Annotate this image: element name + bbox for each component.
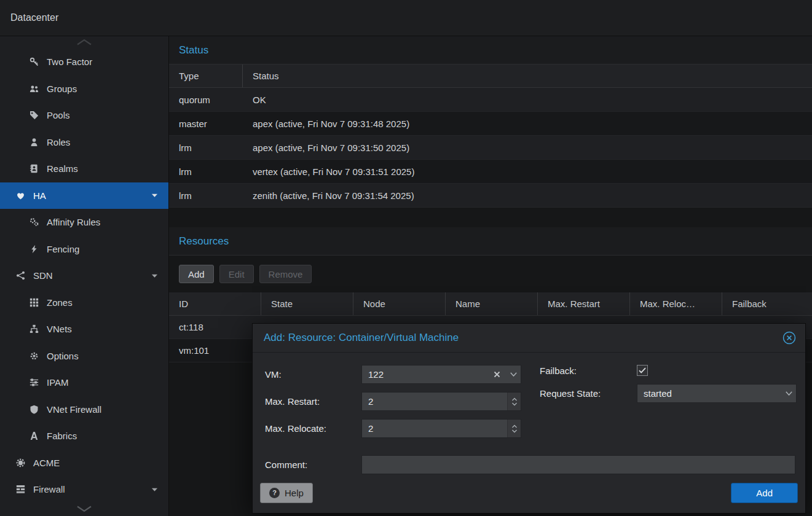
sidebar-item-pools[interactable]: Pools <box>0 102 168 129</box>
table-row[interactable]: lrm zenith (active, Fri Nov 7 09:31:54 2… <box>169 184 812 208</box>
sidebar-item-sdn[interactable]: SDN <box>0 262 168 289</box>
question-icon: ? <box>269 488 280 498</box>
sidebar-item-vnets[interactable]: VNets <box>0 316 168 343</box>
sidebar-item-acme[interactable]: ACME <box>0 450 168 477</box>
scroll-down-icon[interactable] <box>0 490 168 516</box>
cell-id: vm:101 <box>169 339 261 362</box>
sidebar-item-ipam[interactable]: IPAM <box>0 369 168 396</box>
sidebar-item-groups[interactable]: Groups <box>0 76 168 103</box>
comment-form-row: Comment: <box>265 455 795 474</box>
chevron-down-icon[interactable] <box>781 385 796 402</box>
status-table-header: Type Status <box>169 64 812 88</box>
sidebar-item-fencing[interactable]: Fencing <box>0 236 168 263</box>
cell-type: master <box>169 112 243 135</box>
clear-icon[interactable] <box>494 371 500 378</box>
sidebar-item-label: Realms <box>47 163 78 174</box>
sidebar-item-vnet-firewall[interactable]: VNet Firewall <box>0 396 168 423</box>
vm-form-row: VM: 122 <box>265 365 540 384</box>
close-icon[interactable] <box>782 330 797 345</box>
add-button[interactable]: Add <box>179 265 214 283</box>
status-panel-title: Status <box>169 36 812 64</box>
table-row[interactable]: quorum OK <box>169 88 812 112</box>
max-restart-form-row: Max. Restart: 2 <box>265 392 540 411</box>
column-header-node[interactable]: Node <box>353 292 446 315</box>
request-state-select[interactable]: started <box>637 384 797 403</box>
check-icon <box>639 367 646 373</box>
sidebar-nav: Two Factor Groups Pools Roles Realms HA <box>0 36 168 503</box>
resources-table-header: ID State Node Name Max. Restart Max. Rel… <box>169 292 812 316</box>
dialog-add-button[interactable]: Add <box>731 483 798 503</box>
sidebar-item-roles[interactable]: Roles <box>0 129 168 156</box>
max-relocate-spinner[interactable]: 2 <box>361 419 521 438</box>
column-header-type[interactable]: Type <box>169 64 243 87</box>
key-icon <box>28 57 40 66</box>
chevron-down-icon[interactable] <box>151 273 158 278</box>
certificate-icon <box>15 458 26 467</box>
chevron-down-icon[interactable] <box>506 366 521 383</box>
resources-panel-title: Resources <box>169 227 812 256</box>
spinner-updown-icon[interactable] <box>507 393 521 410</box>
sidebar-item-two-factor[interactable]: Two Factor <box>0 49 168 76</box>
cell-status: OK <box>243 88 812 111</box>
table-row[interactable]: lrm apex (active, Fri Nov 7 09:31:50 202… <box>169 136 812 160</box>
sidebar-item-realms[interactable]: Realms <box>0 155 168 182</box>
sidebar-item-label: Affinity Rules <box>47 217 100 227</box>
shield-icon <box>28 405 40 414</box>
vm-label: VM: <box>265 369 361 380</box>
comment-label: Comment: <box>265 459 361 470</box>
cell-id: ct:118 <box>169 316 261 338</box>
column-header-status[interactable]: Status <box>243 64 812 87</box>
remove-button[interactable]: Remove <box>259 265 312 283</box>
heartbeat-icon <box>15 191 26 200</box>
sidebar-item-zones[interactable]: Zones <box>0 289 168 316</box>
column-header-max-restart[interactable]: Max. Restart <box>538 292 630 315</box>
scroll-up-icon[interactable] <box>0 39 168 45</box>
sidebar-item-label: Fencing <box>47 244 79 254</box>
max-relocate-form-row: Max. Relocate: 2 <box>265 419 540 438</box>
help-button-label: Help <box>285 488 304 498</box>
sidebar: Two Factor Groups Pools Roles Realms HA <box>0 36 169 516</box>
network-icon <box>15 271 26 280</box>
page-title: Datacenter <box>10 12 58 23</box>
sidebar-item-options[interactable]: Options <box>0 343 168 370</box>
failback-checkbox[interactable] <box>637 365 648 376</box>
resources-toolbar: Add Edit Remove <box>169 256 812 292</box>
max-relocate-value: 2 <box>368 423 507 434</box>
comment-input[interactable] <box>361 455 795 474</box>
spinner-updown-icon[interactable] <box>507 420 521 437</box>
sidebar-item-ha[interactable]: HA <box>0 182 168 209</box>
sidebar-item-fabrics[interactable]: Fabrics <box>0 423 168 450</box>
column-header-id[interactable]: ID <box>169 292 261 315</box>
column-header-state[interactable]: State <box>261 292 353 315</box>
vm-combobox[interactable]: 122 <box>361 365 521 384</box>
column-header-failback[interactable]: Failback <box>722 292 812 315</box>
sidebar-item-label: VNet Firewall <box>47 404 101 415</box>
edit-button[interactable]: Edit <box>219 265 254 283</box>
sidebar-item-label: Roles <box>47 137 70 147</box>
max-restart-spinner[interactable]: 2 <box>361 392 521 411</box>
sidebar-item-label: VNets <box>47 324 72 334</box>
request-state-value: started <box>644 388 781 399</box>
help-button[interactable]: ? Help <box>260 483 313 503</box>
bolt-icon <box>28 244 40 254</box>
gear-icon <box>28 351 40 361</box>
table-row[interactable]: lrm vertex (active, Fri Nov 7 09:31:51 2… <box>169 160 812 184</box>
cell-type: lrm <box>169 136 243 159</box>
column-header-name[interactable]: Name <box>446 292 538 315</box>
table-row[interactable]: master apex (active, Fri Nov 7 09:31:48 … <box>169 112 812 136</box>
cell-status: zenith (active, Fri Nov 7 09:31:54 2025) <box>243 184 812 207</box>
sidebar-item-label: ACME <box>33 458 60 468</box>
max-restart-label: Max. Restart: <box>265 396 361 407</box>
dialog-title: Add: Resource: Container/Virtual Machine <box>264 332 459 344</box>
chevron-down-icon[interactable] <box>151 193 158 198</box>
sidebar-item-affinity-rules[interactable]: Affinity Rules <box>0 209 168 236</box>
status-panel: Status Type Status quorum OK master apex… <box>169 36 812 208</box>
cell-type: quorum <box>169 88 243 111</box>
font-icon <box>28 431 40 440</box>
dialog-titlebar: Add: Resource: Container/Virtual Machine <box>253 324 805 353</box>
sidebar-item-label: Pools <box>47 110 70 120</box>
sidebar-item-label: HA <box>33 190 46 201</box>
gears-icon <box>28 217 40 227</box>
sidebar-item-label: Groups <box>47 84 77 94</box>
column-header-max-relocate[interactable]: Max. Reloc… <box>630 292 722 315</box>
